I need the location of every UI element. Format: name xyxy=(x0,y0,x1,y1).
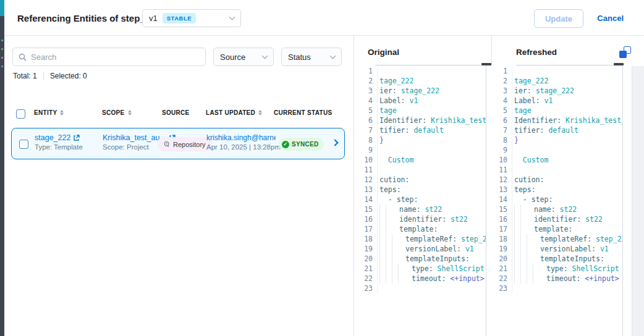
search-input[interactable] xyxy=(31,52,200,62)
code-line: 17template: xyxy=(357,224,486,234)
search-input-wrapper xyxy=(12,48,206,66)
scrollbar-thumb[interactable] xyxy=(481,63,491,65)
chevron-down-icon xyxy=(229,14,235,20)
column-source: SOURCE xyxy=(162,109,190,116)
search-icon xyxy=(19,53,27,61)
refreshed-code-editor[interactable]: 12tage_2223ier: stage_2224Label: v15tage… xyxy=(498,66,623,336)
code-line: 5tage xyxy=(498,106,622,116)
code-line: 11 xyxy=(357,165,486,175)
line-number: 3 xyxy=(357,86,377,96)
code-line: 2tage_222 xyxy=(498,76,622,86)
panel-divider xyxy=(491,36,492,64)
code-line: 12cution: xyxy=(498,175,622,185)
indent-guide xyxy=(379,264,386,274)
line-number: 3 xyxy=(498,86,512,96)
indent-guide xyxy=(386,274,392,284)
line-number: 5 xyxy=(357,106,377,116)
status-filter-label: Status xyxy=(288,52,311,62)
column-last-updated[interactable]: LAST UPDATED xyxy=(206,109,262,116)
code-line: 4Label: v1 xyxy=(498,96,622,106)
indent-guide xyxy=(386,234,392,244)
sort-icon[interactable] xyxy=(60,110,64,116)
nav-dot-icon xyxy=(1,65,3,67)
external-link-icon xyxy=(73,135,80,141)
code-line: 7tifier: default xyxy=(357,125,486,135)
original-code-editor[interactable]: 12tage_2223ier: stage_2224Label: v15tage… xyxy=(357,66,486,336)
indent-guide xyxy=(386,214,392,224)
updated-at: Apr 10, 2025 | 13:28pm xyxy=(206,143,281,151)
list-summary: Total: 1 Selected: 0 xyxy=(13,72,87,80)
indent-guide xyxy=(379,254,386,264)
modal-header: Referencing Entities of step_222 v1 STAB… xyxy=(4,0,644,36)
status-badge: ✓ SYNCED xyxy=(279,138,324,151)
code-line: 11 xyxy=(498,165,622,175)
line-number: 5 xyxy=(498,106,512,116)
code-line: 5tage xyxy=(357,106,486,116)
code-line: 8} xyxy=(498,135,622,145)
vertical-scrollbar[interactable] xyxy=(632,66,644,336)
column-entity[interactable]: ENTITY xyxy=(34,109,64,116)
repository-icon xyxy=(163,141,170,148)
line-number: 2 xyxy=(498,76,512,86)
table-row[interactable]: stage_222 Type: Template Krishika_test_a… xyxy=(11,128,345,159)
code-line: 21type: ShellScript xyxy=(498,264,622,274)
line-number: 13 xyxy=(498,185,512,195)
indent-guide xyxy=(514,254,520,264)
chevron-down-icon xyxy=(262,52,268,59)
source-filter-dropdown[interactable]: Source xyxy=(213,48,274,66)
code-line: 3ier: stage_222 xyxy=(357,86,486,96)
indent-guide xyxy=(520,234,527,244)
line-number: 12 xyxy=(357,175,377,185)
indent-guide xyxy=(386,224,392,234)
select-all-checkbox[interactable] xyxy=(16,109,25,119)
sort-icon[interactable] xyxy=(258,110,262,116)
scrollbar-thumb[interactable] xyxy=(614,63,624,65)
line-number: 9 xyxy=(357,145,377,155)
line-number: 10 xyxy=(357,155,377,165)
row-checkbox[interactable] xyxy=(19,140,28,149)
copy-icon[interactable] xyxy=(619,46,631,58)
code-line: 20templateInputs: xyxy=(357,254,486,264)
refreshed-panel-title: Refreshed xyxy=(516,48,557,57)
sort-icon[interactable] xyxy=(128,110,132,116)
indent-guide xyxy=(527,264,533,274)
indent-guide xyxy=(392,254,398,264)
code-line: 22timeout: <+input> xyxy=(357,274,486,284)
update-button[interactable]: Update xyxy=(534,9,583,28)
indent-guide xyxy=(379,214,386,224)
indent-guide xyxy=(520,274,527,284)
referencing-entities-modal: Referencing Entities of step_222 v1 STAB… xyxy=(0,0,644,336)
indent-guide xyxy=(386,264,392,274)
modal-body: Referencing Entities of step_222 v1 STAB… xyxy=(4,0,644,336)
code-line: 18templateRef: step_222 xyxy=(357,234,486,244)
line-number: 6 xyxy=(357,116,377,125)
cancel-button[interactable]: Cancel xyxy=(597,14,624,23)
indent-guide xyxy=(527,254,533,264)
code-line: 1 xyxy=(357,66,486,76)
check-icon: ✓ xyxy=(282,141,289,148)
code-line: 3ier: stage_222 xyxy=(498,86,622,96)
line-number: 18 xyxy=(357,234,377,244)
indent-guide xyxy=(520,214,527,224)
line-number: 1 xyxy=(498,66,512,76)
code-line: 23 xyxy=(498,284,622,293)
indent-guide xyxy=(379,274,386,284)
indent-guide xyxy=(398,274,404,284)
entity-link[interactable]: stage_222 xyxy=(35,133,83,142)
version-label: v1 xyxy=(149,14,158,23)
original-panel-title: Original xyxy=(368,48,399,57)
column-scope[interactable]: SCOPE xyxy=(102,109,132,116)
indent-guide xyxy=(514,274,520,284)
line-number: 23 xyxy=(357,284,377,293)
code-line: 6Identifier: Krishika_test_aut xyxy=(357,116,486,125)
updated-by-link[interactable]: krishika.singh@harnes... xyxy=(206,133,276,142)
code-line: 14 - step: xyxy=(498,195,622,204)
chevron-right-icon[interactable] xyxy=(331,139,338,146)
code-line: 14 - step: xyxy=(357,195,486,204)
status-filter-dropdown[interactable]: Status xyxy=(281,48,342,66)
version-dropdown[interactable]: v1 STABLE xyxy=(142,9,241,27)
page-title: Referencing Entities of step_222 xyxy=(17,13,161,23)
code-line: 10 Custom xyxy=(357,155,486,165)
code-line: 2tage_222 xyxy=(357,76,486,86)
line-number: 8 xyxy=(357,135,377,145)
